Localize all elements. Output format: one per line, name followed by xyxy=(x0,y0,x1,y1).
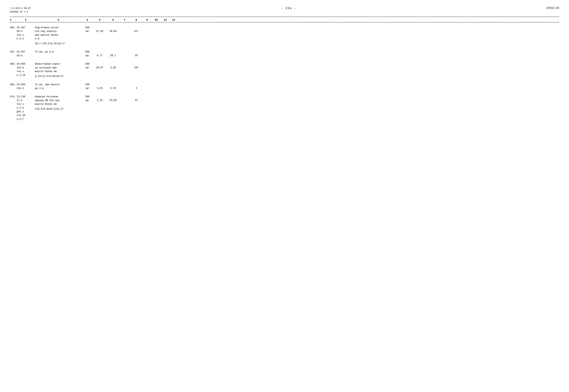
entry-467: 467. I5–297 59–4 То же, до 4 м I00 м2 0,… xyxy=(10,50,559,57)
entry-470-num: 470. xyxy=(10,95,17,121)
entry-469-col5: I,03 xyxy=(93,83,106,90)
col-header-9: 9 xyxy=(143,19,151,21)
entry-466-col5: 27,45 xyxy=(93,26,106,45)
entry-470-desc: Окраска потолков эмалью ПФ I33 при высот… xyxy=(35,95,81,121)
entry-470-ref: I3–I38 I7–2 тех.ч. п.3.9 Доп.2 стр.35 п.… xyxy=(17,95,35,121)
entry-468-col6: 3,38 xyxy=(106,62,120,78)
entry-466-col9 xyxy=(143,26,151,45)
entry-467-col8: I6 xyxy=(130,50,143,57)
entry-467-col6: 20,7 xyxy=(106,50,120,57)
entry-470-col5: I,IO xyxy=(93,95,106,121)
entry-466-unit: I00 м2 xyxy=(81,26,93,45)
dashed-line-bottom xyxy=(10,22,559,22)
entry-467-col11 xyxy=(161,50,170,57)
header-album: альбом IУ ч.I xyxy=(10,10,31,14)
header: т.п.813-2-38.87 альбом IУ ч.I - II4 - 22… xyxy=(10,7,559,14)
entry-468-col10 xyxy=(151,62,161,78)
entry-469-ref: I5–509 I53–2 xyxy=(17,83,35,90)
entry-467-col5: 0,77 xyxy=(93,50,106,57)
entry-468-col11 xyxy=(161,62,170,78)
entry-470-col11 xyxy=(161,95,170,121)
entry-469-unit: I00 м2 xyxy=(81,83,93,90)
entry-466-num: 466. xyxy=(10,26,17,45)
entry-468-desc: Известковая окрас- ка потолков при высот… xyxy=(35,62,81,78)
entry-469-col7 xyxy=(120,83,130,90)
entry-470-col12 xyxy=(170,95,178,121)
entry-467-col9 xyxy=(143,50,151,57)
entry-468-col12 xyxy=(170,62,178,78)
entry-468-num: 468. xyxy=(10,62,17,78)
entry-468: 468. I5–509 I53–2 тех.ч. п.3.I8 Известко… xyxy=(10,62,559,78)
entry-470-col6: I2,09 xyxy=(106,95,120,121)
entry-470-col7 xyxy=(120,95,130,121)
col-header-10: IO xyxy=(151,19,161,21)
entry-469-col11 xyxy=(161,83,170,90)
header-center: - II4 - xyxy=(281,7,296,10)
col-header-8: 8 xyxy=(130,19,143,21)
entry-466-col7 xyxy=(120,26,130,45)
entry-468-col7 xyxy=(120,62,130,78)
col-header-5: 5 xyxy=(93,19,106,21)
entry-466-col6: I8,84 xyxy=(106,26,120,45)
col-header-7: 7 xyxy=(120,19,130,21)
entry-469: 469. I5–509 I53–2 То же, при высоте до 4… xyxy=(10,83,559,90)
entry-467-ref: I5–297 59–4 xyxy=(17,50,35,57)
entry-469-col10 xyxy=(151,83,161,90)
entry-466: 466. I5–297 59–4 тех.ч. п.3.I Подготовка… xyxy=(10,26,559,45)
entry-467-col12 xyxy=(170,50,178,57)
entry-467-num: 467. xyxy=(10,50,17,57)
entry-469-num: 469. xyxy=(10,83,17,90)
dashed-line-top xyxy=(10,17,559,17)
header-tp: т.п.813-2-38.87 xyxy=(10,7,31,10)
col-header-11: II xyxy=(161,19,170,21)
entry-466-col12 xyxy=(170,26,178,45)
header-right: 22512-04 xyxy=(546,7,559,10)
entry-468-ref: I5–509 I53–2 тех.ч. п.3.I8 xyxy=(17,62,35,78)
entry-467-col10 xyxy=(151,50,161,57)
entry-469-col12 xyxy=(170,83,178,90)
entry-466-col10 xyxy=(151,26,161,45)
entry-466-desc: Подготовка потол- ков под окраску при вы… xyxy=(35,26,81,45)
entry-466-col11 xyxy=(161,26,170,45)
entry-468-col9 xyxy=(143,62,151,78)
col-header-6: 6 xyxy=(106,19,120,21)
col-header-3: 3 xyxy=(35,19,81,21)
entry-469-col8: 3 xyxy=(130,83,143,90)
col-header-2: 2 xyxy=(17,19,35,21)
col-header-12: I2 xyxy=(170,19,178,21)
entry-469-col9 xyxy=(143,83,151,90)
entry-466-col8: 5I7 xyxy=(130,26,143,45)
entry-468-col5: 29,87 xyxy=(93,62,106,78)
header-left: т.п.813-2-38.87 альбом IУ ч.I xyxy=(10,7,31,14)
entry-468-col8: IOI xyxy=(130,62,143,78)
entry-470-col9 xyxy=(143,95,151,121)
entry-470-unit: I00 м2 xyxy=(81,95,93,121)
column-headers: I 2 3 4 5 6 7 8 9 IO II I2 xyxy=(10,18,559,22)
entry-470-col8: I3 xyxy=(130,95,143,121)
entry-469-desc: То же, при высоте до 4 м xyxy=(35,83,81,90)
entry-467-desc: То же, до 4 м xyxy=(35,50,81,57)
entry-468-unit: I00 м2 xyxy=(81,62,93,78)
entry-466-ref: I5–297 59–4 тех.ч. п.3.I xyxy=(17,26,35,45)
entry-467-col7 xyxy=(120,50,130,57)
col-header-1: I xyxy=(10,19,17,21)
col-header-4: 4 xyxy=(81,19,93,21)
entry-469-col6: 3,I3 xyxy=(106,83,120,90)
entry-470: 470. I3–I38 I7–2 тех.ч. п.3.9 Доп.2 стр.… xyxy=(10,95,559,121)
entry-467-unit: I00 м2 xyxy=(81,50,93,57)
entry-470-col10 xyxy=(151,95,161,121)
